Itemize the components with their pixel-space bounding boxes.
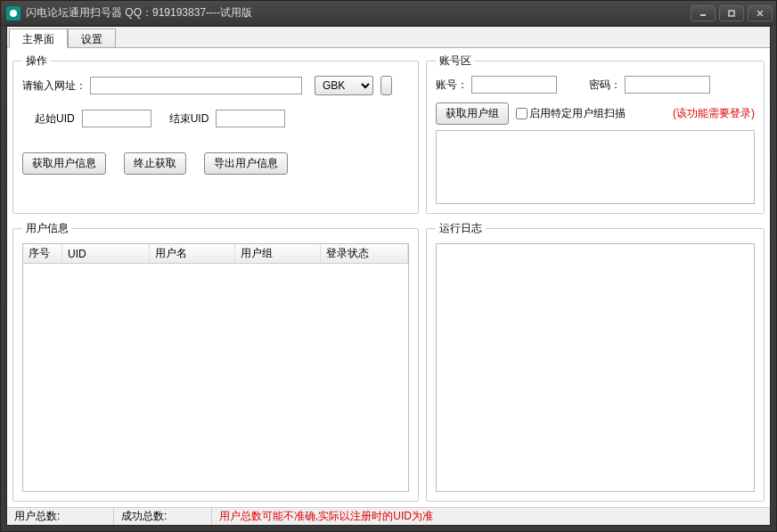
userinfo-group: 用户信息 序号 UID 用户名 用户组 登录状态 — [12, 221, 419, 502]
status-total-users: 用户总数: — [7, 508, 114, 525]
login-required-hint: (该功能需要登录) — [673, 106, 755, 121]
app-icon — [6, 6, 20, 20]
log-group: 运行日志 — [426, 221, 765, 502]
get-user-group-button[interactable]: 获取用户组 — [436, 102, 509, 125]
operation-legend: 操作 — [22, 53, 51, 69]
col-seq[interactable]: 序号 — [23, 244, 62, 263]
log-legend: 运行日志 — [436, 221, 486, 236]
bottom-row: 用户信息 序号 UID 用户名 用户组 登录状态 运行日志 — [12, 221, 765, 502]
tab-content: 操作 请输入网址： GBK 起始UID 结束UID — [7, 48, 770, 507]
window-title: 闪电论坛通用扫号器 QQ：919193837----试用版 — [26, 5, 687, 20]
url-input[interactable] — [90, 77, 302, 94]
end-uid-label: 结束UID — [169, 111, 209, 127]
minimize-button[interactable] — [691, 5, 716, 21]
account-group: 账号区 账号： 密码： 获取用户组 启用特定用户组扫描 (该功能需要登录) — [426, 53, 765, 214]
account-input[interactable] — [471, 76, 557, 94]
svg-rect-2 — [729, 11, 734, 16]
maximize-button[interactable] — [719, 5, 744, 21]
log-area[interactable] — [436, 243, 755, 492]
start-uid-input[interactable] — [82, 110, 151, 127]
end-uid-input[interactable] — [216, 110, 285, 127]
client-area: 主界面 设置 操作 请输入网址： GBK 起始UID — [6, 26, 771, 526]
status-success-total: 成功总数: — [114, 508, 212, 525]
tab-bar: 主界面 设置 — [7, 27, 770, 48]
password-input[interactable] — [625, 76, 710, 94]
userinfo-table-header: 序号 UID 用户名 用户组 登录状态 — [23, 244, 408, 264]
userinfo-legend: 用户信息 — [22, 221, 72, 236]
tab-main[interactable]: 主界面 — [9, 29, 68, 48]
stop-button[interactable]: 终止获取 — [124, 152, 186, 175]
start-uid-label: 起始UID — [35, 111, 75, 127]
col-loginstate[interactable]: 登录状态 — [321, 244, 408, 263]
export-button[interactable]: 导出用户信息 — [204, 152, 288, 175]
encoding-select[interactable]: GBK — [315, 76, 373, 95]
account-label: 账号： — [436, 78, 468, 93]
app-window: 闪电论坛通用扫号器 QQ：919193837----试用版 主界面 设置 操作 … — [0, 0, 777, 532]
url-label: 请输入网址： — [22, 78, 86, 94]
enable-group-scan-checkbox[interactable]: 启用特定用户组扫描 — [516, 106, 626, 121]
password-label: 密码： — [589, 78, 621, 93]
operation-group: 操作 请输入网址： GBK 起始UID 结束UID — [12, 53, 419, 214]
account-legend: 账号区 — [436, 53, 475, 69]
statusbar: 用户总数: 成功总数: 用户总数可能不准确,实际以注册时的UID为准 — [7, 507, 770, 525]
partial-button[interactable] — [380, 76, 392, 95]
tab-settings[interactable]: 设置 — [68, 29, 116, 47]
close-button[interactable] — [748, 5, 773, 21]
get-user-info-button[interactable]: 获取用户信息 — [22, 152, 106, 175]
titlebar: 闪电论坛通用扫号器 QQ：919193837----试用版 — [1, 1, 776, 26]
account-list[interactable] — [436, 130, 755, 204]
col-usergroup[interactable]: 用户组 — [235, 244, 321, 263]
window-controls — [687, 5, 773, 21]
status-warning: 用户总数可能不准确,实际以注册时的UID为准 — [212, 509, 433, 524]
enable-group-scan-input[interactable] — [516, 108, 528, 119]
col-uid[interactable]: UID — [62, 244, 150, 263]
top-row: 操作 请输入网址： GBK 起始UID 结束UID — [12, 53, 765, 214]
col-username[interactable]: 用户名 — [150, 244, 235, 263]
enable-group-scan-label: 启用特定用户组扫描 — [529, 106, 626, 121]
svg-point-0 — [10, 10, 17, 17]
userinfo-table[interactable]: 序号 UID 用户名 用户组 登录状态 — [22, 243, 409, 492]
